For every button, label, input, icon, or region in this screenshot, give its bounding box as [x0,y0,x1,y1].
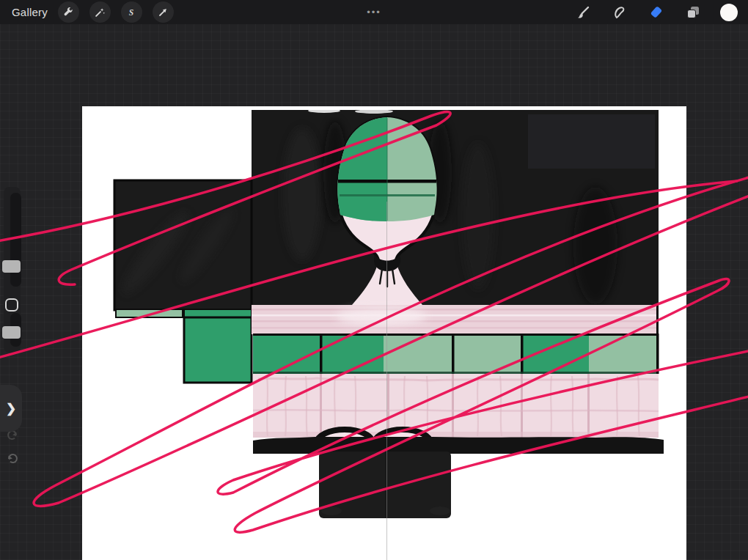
pants-square [319,452,451,518]
wrench-icon [62,7,74,18]
pink-waist-band [252,305,659,334]
magic-wand-icon [94,7,106,18]
eraser-icon-active [648,4,665,21]
drawing-canvas[interactable] [82,106,686,560]
brush-size-handle[interactable] [2,260,21,273]
jacket-left-sleeve [114,180,252,310]
sidebar-expand-tab[interactable]: ❯ [0,385,22,432]
color-swatch[interactable] [720,4,738,21]
top-toolbar: Gallery S [0,0,748,24]
paint-brush-icon [574,4,592,21]
chevron-right-icon: ❯ [6,401,16,416]
redo-icon[interactable] [4,449,21,465]
smudge-finger-icon [611,4,628,21]
modify-button[interactable] [5,298,18,312]
opacity-handle[interactable] [2,326,21,339]
procreate-app: Gallery S [0,0,748,560]
actions-button[interactable] [58,1,79,23]
smudge-button[interactable] [610,3,629,22]
jacket-torso-block [252,108,659,305]
paint-brush-button[interactable] [573,3,593,22]
selection-s-icon: S [125,7,137,18]
transform-button[interactable] [153,1,174,23]
adjustments-button[interactable] [89,1,111,23]
layers-icon [684,4,702,21]
sleeve-strip-sage [116,309,183,317]
workspace-background: ❯ [0,24,748,560]
transform-arrow-icon [157,7,169,18]
canvas-options-dots[interactable]: ••• [367,7,381,18]
gallery-button[interactable]: Gallery [12,6,48,18]
sleeve-strip-green [184,309,252,317]
green-square-block [184,317,252,383]
green-belt-row [253,334,659,374]
svg-text:S: S [129,8,133,17]
shirt-template-artwork [82,106,686,560]
eraser-button[interactable] [647,3,666,22]
layers-button[interactable] [683,3,703,22]
pink-skirt [253,374,659,438]
selection-button[interactable]: S [121,1,142,23]
